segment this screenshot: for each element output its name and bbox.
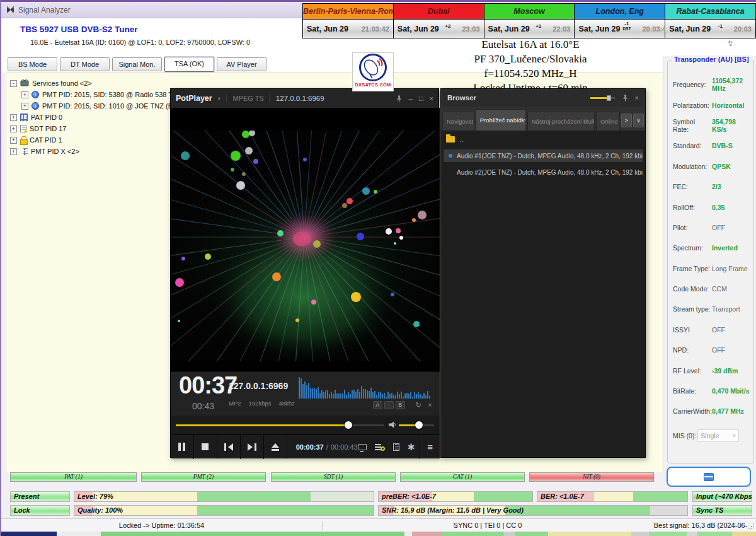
clock-moscow: Moscow Sat, Jun 29+122:03 (484, 4, 575, 38)
clock-date: Sat, Jun 29 (398, 25, 443, 33)
bitrate-label: 192kbps (249, 400, 272, 407)
eject-button[interactable] (264, 435, 287, 459)
field-label: NPD: (673, 346, 712, 354)
source-label: 127.0.0.1:6969 (229, 381, 288, 391)
browser-title: Browser (447, 94, 476, 102)
transponder-row: FEC:2/3 (673, 177, 751, 197)
field-label: Symbol Rate: (673, 118, 712, 133)
transponder-row: Pilot:OFF (673, 218, 751, 238)
expand-icon[interactable]: + (10, 137, 17, 144)
expand-icon[interactable]: + (10, 125, 17, 132)
opacity-slider[interactable] (590, 95, 616, 101)
gear-icon[interactable]: ✱ (408, 442, 415, 452)
expand-icon[interactable]: + (10, 114, 17, 121)
transponder-row: CarrierWidth:0,477 MHz (673, 401, 751, 421)
transponder-row: ISSYIOFF (673, 320, 751, 340)
audio-track-item[interactable]: Audio #1(JOE TNZ) - Dutch, MPEG Audio, 4… (444, 149, 643, 162)
field-value: Inverted (712, 244, 738, 252)
folder-icon (446, 136, 455, 143)
ts-record-button[interactable] (667, 467, 751, 487)
audio-icon: ♪ (32, 91, 39, 98)
field-label: RF Level: (673, 367, 712, 375)
field-label: Pilot: (673, 224, 712, 231)
tab-bs-mode[interactable]: BS Mode (8, 57, 57, 71)
audio-track-item[interactable]: Audio #2(JOE TNZ) - Dutch, MPEG Audio, 4… (444, 166, 643, 178)
clock-city-label: Dubai (394, 4, 484, 20)
chevron-down-icon[interactable]: ∨ (633, 114, 644, 127)
tab-signal-mon[interactable]: Signal Mon. (112, 57, 162, 71)
expand-icon[interactable]: + (10, 148, 17, 155)
volume-icon[interactable] (389, 421, 396, 428)
cast-screen-icon[interactable] (358, 444, 367, 450)
total-time: 00:43 (192, 401, 214, 411)
field-label: ISSYI (673, 326, 712, 334)
field-value: 0.35 (712, 204, 724, 211)
transponder-row: BitRate:0,470 Mbit/s (673, 381, 751, 401)
clock-city-label: Berlin-Paris-Vienna-Roma (303, 4, 393, 20)
collapse-icon[interactable]: - (10, 80, 17, 87)
tab-tsa[interactable]: TSA (OK) (164, 57, 214, 72)
pin-icon[interactable] (622, 94, 629, 102)
transponder-row: Standard:DVB-S (673, 136, 751, 156)
close-icon[interactable]: × (430, 95, 433, 102)
repeat-icon[interactable]: ↻ (414, 401, 423, 409)
browser-tab-menu-browser[interactable]: Prohlížeč nabídky (476, 109, 526, 131)
tab-dt-mode[interactable]: DT Mode (60, 57, 110, 71)
tuner-detail: 16.0E - Eutelsat 16A (ID: 0160) @ LOF1: … (30, 38, 250, 46)
tree-item-label: SDT PID 17 (30, 125, 67, 132)
browser-tab-subtitle-browser[interactable]: Nástroj procházení titulků (527, 112, 595, 131)
video-area[interactable] (171, 108, 440, 371)
transponder-row: NPD:OFF (673, 340, 751, 360)
maximize-icon[interactable]: □ (419, 95, 423, 102)
close-icon[interactable]: × (635, 94, 639, 102)
expand-icon[interactable]: + (21, 103, 28, 110)
lock-indicator: Lock (10, 505, 70, 516)
transponder-row: Code Mode:CCM (673, 279, 751, 299)
transponder-panel: Transponder (AU) [BS] Frequency:11054,37… (663, 56, 756, 472)
expand-icon[interactable]: + (21, 91, 28, 98)
logo-text: DXSATCS.COM (355, 82, 391, 88)
parent-folder-item[interactable]: .. (446, 136, 464, 143)
stream-source: 127.0.0.1:6969 (269, 95, 324, 102)
browser-titlebar[interactable]: Browser × (441, 89, 645, 107)
field-value: CCM (712, 285, 727, 293)
chevron-right-icon[interactable]: > (621, 114, 632, 127)
mis-dropdown[interactable]: Single ∨ (697, 429, 739, 442)
playlist-search-icon[interactable] (375, 443, 385, 451)
marker-b-button[interactable]: B (396, 401, 405, 409)
browser-tab-online[interactable]: Online (596, 112, 620, 131)
menu-icon[interactable]: ≡ (420, 435, 440, 459)
stop-button[interactable] (194, 435, 217, 459)
field-value: 11054,372 MHz (712, 77, 751, 92)
seek-thumb[interactable] (345, 421, 352, 429)
mis-row: MIS (0): Single ∨ (673, 429, 751, 442)
tv-icon (20, 79, 29, 88)
present-indicator: Present (10, 491, 70, 502)
browser-content: .. Audio #1(JOE TNZ) - Dutch, MPEG Audio… (441, 131, 645, 457)
field-value: OFF (712, 346, 725, 354)
ab-middle-button[interactable]: · (384, 401, 394, 409)
pat-status-bar: PAT (1) (10, 472, 137, 482)
tree-item-services[interactable]: - Services found <2> (10, 78, 214, 89)
field-value: 354,798 KS/s (712, 118, 751, 133)
potplayer-titlebar[interactable]: PotPlayer ∨ MPEG TS 127.0.0.1:6969 – □ × (171, 89, 438, 108)
pin-icon[interactable] (396, 95, 403, 102)
volume-thumb[interactable] (415, 421, 423, 429)
field-label: Stream type: (673, 305, 712, 313)
dxsatcs-logo: DXSATCS.COM (352, 52, 394, 91)
clock-offset: +2 (445, 24, 450, 29)
previous-button[interactable] (217, 435, 241, 459)
minimize-icon[interactable]: – (409, 95, 413, 102)
marker-a-button[interactable]: A (373, 401, 382, 409)
field-label: CarrierWidth: (673, 407, 712, 415)
next-button[interactable] (241, 435, 264, 459)
pause-button[interactable] (171, 435, 194, 459)
clock-date: Sat, Jun 29 (669, 25, 716, 33)
potplayer-menu[interactable]: PotPlayer (176, 94, 212, 103)
close-visual-icon[interactable]: × (425, 401, 435, 409)
tab-av-player[interactable]: AV Player (217, 57, 266, 71)
seek-area (171, 416, 440, 434)
browser-tab-navigate[interactable]: Navigovat (442, 112, 474, 131)
transponder-row: Modulation:QPSK (673, 156, 751, 177)
playlist-icon[interactable] (393, 443, 399, 451)
